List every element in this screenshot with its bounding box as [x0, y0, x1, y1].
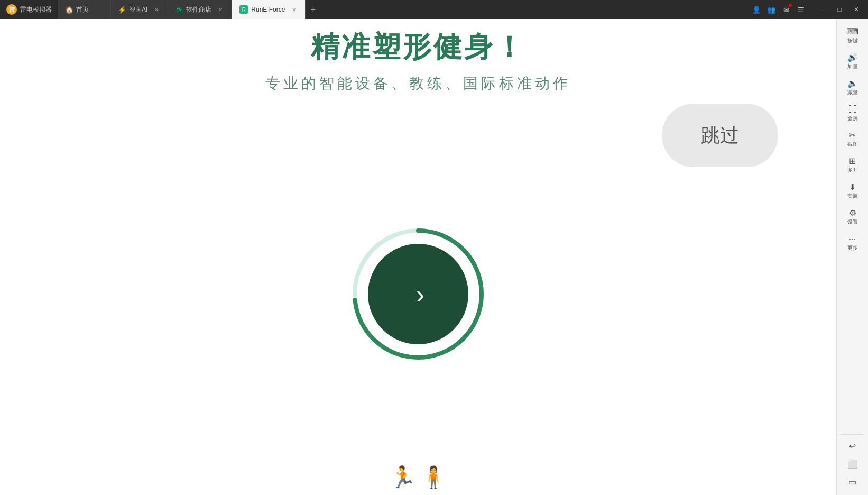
titlebar-right-icons: 👤 👥 ✉ ☰ — [746, 3, 811, 16]
tab-rune-close[interactable]: ✕ — [290, 6, 298, 13]
new-tab-button[interactable]: + — [306, 2, 320, 17]
mail-icon[interactable]: ✉ — [779, 3, 793, 16]
sidebar-divider — [840, 434, 865, 435]
sidebar-item-fullscreen[interactable]: ⛶ 全屏 — [837, 101, 868, 126]
titlebar: 雷 雷电模拟器 🏠 首页 ⚡ 智画AI ✕ 🛍 软件商店 ✕ R RunE Fo… — [0, 0, 868, 19]
sidebar-item-keys[interactable]: ⌨ 按键 — [837, 23, 868, 48]
volume-up-label: 加量 — [847, 63, 858, 70]
screenshot-icon: ✂ — [849, 131, 856, 140]
tab-home[interactable]: 🏠 首页 — [58, 0, 111, 19]
back-icon: ↩ — [849, 442, 856, 451]
progress-area: › — [344, 220, 492, 368]
figure-person-1: 🏃 — [390, 465, 416, 490]
restore-button[interactable]: □ — [832, 2, 847, 17]
home-tab-icon: 🏠 — [66, 6, 73, 13]
screenshot-label: 截图 — [847, 141, 858, 148]
rune-tab-icon: R — [239, 5, 248, 14]
ai-tab-icon: ⚡ — [118, 6, 126, 13]
app-name: 雷电模拟器 — [20, 5, 52, 14]
multi-label: 多开 — [847, 167, 858, 173]
minimize-button[interactable]: ─ — [815, 2, 830, 17]
sidebar-item-volume-up[interactable]: 🔊 加量 — [837, 49, 868, 74]
sidebar-item-multi[interactable]: ⊞ 多开 — [837, 153, 868, 178]
fullscreen-icon: ⛶ — [848, 105, 857, 114]
sidebar-item-install[interactable]: ⬇ 安装 — [837, 179, 868, 204]
window-controls: ─ □ ✕ — [811, 2, 868, 17]
tab-ai-close[interactable]: ✕ — [153, 6, 160, 13]
settings-label: 设置 — [847, 219, 858, 225]
sidebar-item-volume-down[interactable]: 🔈 减量 — [837, 75, 868, 100]
sub-title: 专业的智能设备、教练、国际标准动作 — [265, 74, 571, 94]
tab-rune-label: RunE Force — [251, 6, 285, 13]
next-button[interactable]: › — [368, 244, 468, 344]
volume-down-label: 减量 — [847, 89, 858, 96]
app-logo-icon: 雷 — [6, 4, 17, 15]
store-tab-icon: 🛍 — [176, 6, 183, 13]
app-logo: 雷 雷电模拟器 — [0, 4, 58, 15]
keys-label: 按键 — [847, 38, 858, 44]
more-label: 更多 — [847, 245, 858, 251]
close-button[interactable]: ✕ — [849, 2, 864, 17]
tab-store-close[interactable]: ✕ — [217, 6, 224, 13]
recent-icon: ▭ — [848, 478, 856, 487]
tab-store-label: 软件商店 — [186, 5, 211, 14]
sidebar-item-screenshot[interactable]: ✂ 截图 — [837, 127, 868, 152]
more-icon: ··· — [849, 235, 856, 243]
main-title: 精准塑形健身！ — [311, 30, 525, 64]
home-btn-icon: ⬜ — [847, 460, 858, 469]
sidebar-item-recent[interactable]: ▭ — [837, 474, 868, 491]
sidebar-item-home-btn[interactable]: ⬜ — [837, 456, 868, 473]
install-label: 安装 — [847, 193, 858, 199]
tab-home-label: 首页 — [76, 5, 89, 14]
volume-down-icon: 🔈 — [847, 79, 858, 88]
right-sidebar: ⌨ 按键 🔊 加量 🔈 减量 ⛶ 全屏 ✂ 截图 ⊞ 多开 ⬇ 安装 ⚙ — [836, 19, 868, 495]
keys-icon: ⌨ — [846, 28, 858, 36]
skip-label: 跳过 — [701, 123, 739, 149]
skip-button[interactable]: 跳过 — [662, 104, 778, 167]
tab-store[interactable]: 🛍 软件商店 ✕ — [168, 0, 232, 19]
main-layout: 精准塑形健身！ 专业的智能设备、教练、国际标准动作 跳过 › 🏃 🧍 — [0, 19, 868, 495]
app-content: 精准塑形健身！ 专业的智能设备、教练、国际标准动作 跳过 › 🏃 🧍 — [0, 19, 836, 495]
tab-rune[interactable]: R RunE Force ✕ — [232, 0, 306, 19]
sidebar-item-back[interactable]: ↩ — [837, 438, 868, 455]
account-icon[interactable]: 👥 — [764, 3, 778, 16]
tab-ai[interactable]: ⚡ 智画AI ✕ — [111, 0, 168, 19]
tabs-bar: 🏠 首页 ⚡ 智画AI ✕ 🛍 软件商店 ✕ R RunE Force ✕ + — [58, 0, 746, 19]
sidebar-item-more[interactable]: ··· 更多 — [837, 231, 868, 255]
settings-icon: ⚙ — [849, 209, 856, 217]
tab-ai-label: 智画AI — [129, 5, 147, 14]
chevron-right-icon: › — [416, 280, 424, 309]
install-icon: ⬇ — [849, 183, 856, 191]
figure-person-2: 🧍 — [420, 465, 447, 490]
volume-up-icon: 🔊 — [847, 53, 858, 62]
user-icon[interactable]: 👤 — [750, 3, 763, 16]
multi-icon: ⊞ — [849, 157, 856, 166]
progress-circle: › — [344, 220, 492, 368]
fullscreen-label: 全屏 — [847, 115, 858, 122]
sidebar-item-settings[interactable]: ⚙ 设置 — [837, 205, 868, 230]
heading-area: 精准塑形健身！ 专业的智能设备、教练、国际标准动作 — [0, 19, 836, 94]
bottom-figures: 🏃 🧍 — [390, 465, 447, 490]
menu-icon[interactable]: ☰ — [794, 3, 808, 16]
